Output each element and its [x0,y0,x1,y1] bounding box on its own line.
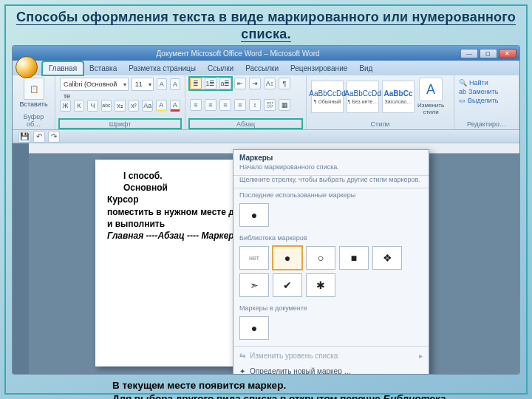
underline-button[interactable]: Ч [87,100,98,112]
style-nospacing[interactable]: AaBbCcDd¶ Без инте… [347,81,379,113]
lib-check[interactable]: ✔ [273,273,302,297]
popup-sub2: Щелкните стрелку, чтобы выбрать другие с… [233,176,429,188]
shrink-font-icon[interactable]: A [170,78,180,90]
align-left-button[interactable]: ≡ [190,99,202,111]
tab-view[interactable]: Вид [353,62,378,75]
fontcolor-button[interactable]: A [170,100,181,112]
word-window: Документ Microsoft Office Word – Microso… [12,45,520,375]
tab-home[interactable]: Главная [42,61,83,75]
font-size[interactable]: 11 [132,78,154,91]
paste-icon[interactable]: 📋 [24,78,44,100]
ribbon: 📋 Вставить Буфер об… Calibri (Основной т… [13,75,519,130]
doc-line5: Главная ----Абзац ---- Маркеры [107,231,242,241]
change-level: ⇆ Изменить уровень списка ▸ [233,348,429,364]
linespacing-button[interactable]: ↕ [249,99,261,111]
italic-button[interactable]: К [74,100,85,112]
window-title: Документ Microsoft Office Word – Microso… [156,50,319,58]
align-center-button[interactable]: ≡ [205,99,216,111]
shading-button[interactable]: ⛆ [264,99,276,111]
case-button[interactable]: Aa [142,100,153,112]
align-justify-button[interactable]: ≡ [234,99,246,111]
slide-title: Способы оформления текста в виде маркиро… [16,9,516,42]
style-heading[interactable]: AaBbCсЗаголово… [382,81,415,113]
align-right-button[interactable]: ≡ [219,99,231,111]
min-button[interactable]: — [460,49,478,58]
recent-bullet-disc[interactable]: ● [239,203,269,227]
titlebar: Документ Microsoft Office Word – Microso… [13,46,519,61]
highlight-button[interactable]: A [156,100,167,112]
grow-font-icon[interactable]: A [157,78,167,90]
popup-sec-library: Библиотека маркеров [233,231,429,243]
max-button[interactable]: ◻ [480,49,497,58]
lib-disc[interactable]: ● [273,246,302,270]
sort-button[interactable]: А↕ [264,78,276,89]
doc-bullet-disc[interactable]: ● [239,316,269,340]
lib-star[interactable]: ✱ [306,273,335,297]
borders-button[interactable]: ▦ [279,99,290,111]
close-button[interactable]: ✕ [499,49,516,58]
popup-sec-doc: Маркеры в документе [233,301,429,313]
undo-icon[interactable]: ↶ [33,131,45,143]
document-area: I способ. Основной Курсор поместить в ну… [13,143,519,374]
change-styles-icon[interactable]: A [419,78,443,101]
lib-arrow[interactable]: ➣ [239,273,269,297]
tab-layout[interactable]: Разметка страницы [123,62,202,75]
bullets-button[interactable]: ≣ [190,78,202,89]
pilcrow-button[interactable]: ¶ [279,78,290,89]
font-name[interactable]: Calibri (Основной те [60,78,129,91]
tab-refs[interactable]: Ссылки [202,62,239,75]
bottom-caption: В текущем месте появится маркер. Для выб… [112,379,467,399]
doc-line1: I способ. [123,171,163,181]
office-orb[interactable] [16,56,38,78]
tab-mail[interactable]: Рассылки [239,62,284,75]
lib-diam[interactable]: ❖ [372,246,402,270]
dec-indent-button[interactable]: ⇤ [234,78,246,89]
redo-icon[interactable]: ↷ [48,131,60,143]
tab-review[interactable]: Рецензирование [284,62,353,75]
strike-button[interactable]: abc [101,100,112,112]
popup-sec-recent: Последние использованные маркеры [233,188,429,200]
ribbon-tabs: Главная Вставка Разметка страницы Ссылки… [13,61,519,75]
bullets-popup: Маркеры Начало маркированного списка. Ще… [233,149,429,375]
group-font: Шрифт [60,120,180,128]
tab-insert[interactable]: Вставка [83,62,123,75]
save-icon[interactable]: 💾 [18,131,30,143]
inc-indent-button[interactable]: ⇥ [249,78,261,89]
group-clipboard: Буфер об… [17,112,50,128]
multilevel-button[interactable]: a≣ [219,78,231,89]
sub-button[interactable]: x₂ [115,100,126,112]
doc-line2: Основной [123,183,168,193]
quick-access: 💾 ↶ ↷ [13,130,519,143]
group-styles: Стили [311,120,449,128]
find-button[interactable]: 🔍 Найти [459,79,514,86]
lib-circ[interactable]: ○ [306,246,335,270]
paste-label: Вставить [19,100,47,108]
define-bullet[interactable]: ✦ Определить новый маркер … [233,364,429,375]
lib-sq[interactable]: ■ [339,246,369,270]
replace-button[interactable]: ab Заменить [459,88,514,95]
select-button[interactable]: ▭ Выделить [459,97,514,104]
popup-sub1: Начало маркированного списка. [233,163,429,176]
sup-button[interactable]: x² [129,100,140,112]
group-editing: Редактиро… [459,120,514,128]
lib-none[interactable]: нет [239,246,269,270]
style-normal[interactable]: AaBbCcDd¶ Обычный [311,81,344,113]
doc-line3: Курсор [107,194,139,205]
numbering-button[interactable]: 1≣ [205,78,216,89]
popup-title: Маркеры [233,150,429,163]
group-paragraph: Абзац [190,120,301,128]
